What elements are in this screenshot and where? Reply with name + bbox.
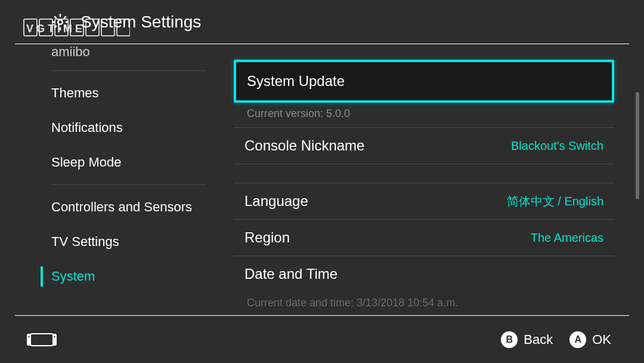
row-value: 简体中文 / English [507, 193, 603, 210]
svg-rect-6 [117, 19, 130, 36]
date-time-current: Current date and time: 3/13/2018 10:54 a… [234, 292, 614, 309]
ok-button[interactable]: A OK [569, 331, 611, 348]
row-label: Console Nickname [244, 137, 364, 154]
row-region[interactable]: Region The Americas [234, 220, 614, 256]
svg-rect-11 [52, 334, 57, 346]
footer-right: B Back A OK [501, 331, 611, 348]
sidebar-item-notifications[interactable]: Notifications [41, 110, 227, 145]
footer-left [27, 333, 57, 347]
back-label: Back [524, 332, 553, 347]
watermark-logo: V G T I M E [23, 16, 130, 42]
footer: B Back A OK [15, 315, 629, 363]
svg-point-13 [54, 336, 55, 337]
sidebar-item-amiibo[interactable]: amiibo [41, 44, 227, 66]
sidebar-item-label: System [51, 269, 95, 284]
sidebar-item-themes[interactable]: Themes [41, 76, 227, 110]
svg-rect-5 [101, 19, 114, 36]
controller-icon [27, 333, 57, 347]
row-language[interactable]: Language 简体中文 / English [234, 183, 614, 220]
sidebar-item-tv-settings[interactable]: TV Settings [41, 224, 227, 259]
svg-point-12 [28, 336, 29, 337]
row-value: The Americas [531, 231, 603, 245]
back-button[interactable]: B Back [501, 331, 553, 348]
row-label: Date and Time [244, 266, 338, 282]
sidebar-item-label: amiibo [51, 44, 90, 59]
sidebar: amiibo Themes Notifications Sleep Mode C… [0, 44, 227, 315]
row-system-update[interactable]: System Update [234, 60, 614, 103]
sidebar-item-label: Controllers and Sensors [51, 199, 192, 214]
sidebar-item-label: Sleep Mode [51, 155, 121, 170]
sidebar-item-sleep-mode[interactable]: Sleep Mode [41, 145, 227, 180]
system-update-version: Current version: 5.0.0 [234, 103, 614, 128]
row-label: System Update [247, 73, 345, 90]
sidebar-item-label: TV Settings [51, 234, 119, 249]
sidebar-divider [51, 70, 206, 71]
sidebar-divider [51, 184, 206, 185]
scrollbar[interactable] [636, 92, 639, 199]
main-area: amiibo Themes Notifications Sleep Mode C… [0, 44, 644, 315]
row-label: Language [244, 193, 308, 210]
content-panel: System Update Current version: 5.0.0 Con… [227, 44, 644, 315]
ok-label: OK [592, 332, 611, 347]
svg-rect-10 [27, 334, 31, 346]
row-date-time[interactable]: Date and Time [234, 256, 614, 292]
sidebar-item-label: Notifications [51, 120, 123, 135]
svg-text:V G T I M E: V G T I M E [26, 23, 82, 35]
row-console-nickname[interactable]: Console Nickname Blackout's Switch [234, 128, 614, 164]
a-button-icon: A [569, 331, 586, 348]
b-button-icon: B [501, 331, 518, 348]
sidebar-item-system[interactable]: System [41, 259, 227, 294]
svg-rect-4 [86, 19, 99, 36]
spacer [234, 164, 614, 183]
row-value: Blackout's Switch [511, 139, 603, 153]
svg-rect-9 [30, 334, 53, 346]
row-label: Region [244, 229, 290, 246]
sidebar-item-label: Themes [51, 85, 98, 100]
sidebar-item-controllers-sensors[interactable]: Controllers and Sensors [41, 190, 227, 224]
